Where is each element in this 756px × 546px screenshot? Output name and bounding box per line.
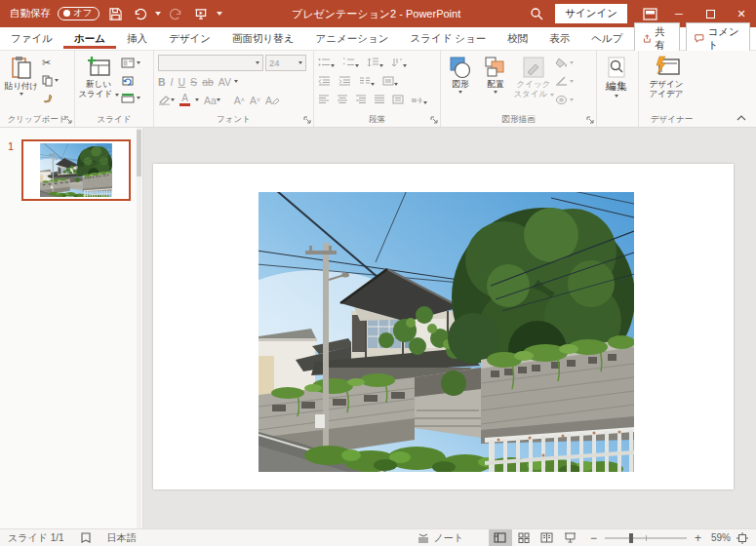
editing-dropdown-icon[interactable]	[615, 95, 618, 98]
zoom-out-button[interactable]: −	[588, 531, 599, 545]
tab-transitions[interactable]: 画面切り替え	[221, 28, 305, 49]
bullets-button[interactable]	[318, 58, 335, 69]
ribbon-display-options-icon[interactable]	[637, 4, 662, 23]
fit-to-window-button[interactable]	[733, 529, 756, 546]
tab-file[interactable]: ファイル	[0, 28, 63, 49]
font-name-combo[interactable]	[158, 55, 263, 71]
quick-access-menu-icon[interactable]	[217, 12, 222, 16]
align-right-button[interactable]	[355, 95, 367, 106]
clear-formatting-button[interactable]: A	[265, 95, 280, 106]
signin-button[interactable]: サインイン	[555, 4, 627, 23]
language-indicator[interactable]: 日本語	[99, 529, 144, 546]
bold-button[interactable]: B	[158, 76, 166, 88]
justify-button[interactable]	[374, 95, 385, 106]
align-text-button[interactable]	[382, 76, 398, 88]
copy-button[interactable]	[42, 73, 59, 88]
arrange-dropdown-icon[interactable]	[494, 91, 497, 94]
increase-indent-button[interactable]	[338, 76, 351, 88]
tab-design[interactable]: デザイン	[158, 28, 221, 49]
thumbnail-scrollbar[interactable]	[137, 128, 141, 528]
paste-dropdown-icon[interactable]	[20, 93, 23, 96]
design-ideas-button[interactable]: デザインアイデア	[641, 54, 692, 99]
paste-button[interactable]: 貼り付け	[2, 54, 41, 96]
tab-insert[interactable]: 挿入	[116, 28, 158, 49]
strikethrough-button[interactable]: S	[190, 76, 197, 88]
undo-icon[interactable]	[131, 4, 148, 23]
arrange-button[interactable]: 配置	[478, 54, 513, 94]
shape-effects-button	[555, 93, 574, 107]
slide-thumbnail[interactable]	[21, 139, 131, 201]
editing-button[interactable]: 編集	[599, 54, 634, 98]
group-slides: 新しい スライド スライド	[75, 51, 154, 127]
eraser-icon	[272, 97, 280, 104]
reset-slide-button[interactable]	[121, 73, 140, 88]
tab-slideshow[interactable]: スライド ショー	[399, 28, 497, 49]
decrease-indent-button[interactable]	[318, 76, 331, 88]
slide-sorter-view-button[interactable]	[512, 529, 536, 546]
search-icon[interactable]	[528, 4, 545, 23]
zoom-level[interactable]: 59%	[709, 529, 733, 546]
zoom-in-button[interactable]: +	[693, 531, 703, 545]
slide-counter[interactable]: スライド 1/1	[0, 529, 72, 546]
font-color-button[interactable]: A	[179, 94, 190, 106]
redo-icon	[168, 4, 185, 23]
normal-view-button[interactable]	[489, 529, 512, 546]
collapse-ribbon-icon[interactable]	[736, 111, 746, 123]
tab-home[interactable]: ホーム	[63, 28, 116, 49]
layout-icon	[121, 58, 135, 68]
start-slideshow-icon[interactable]	[192, 4, 210, 23]
notes-button[interactable]: ノート	[410, 529, 470, 546]
tab-help[interactable]: ヘルプ	[580, 28, 633, 49]
distribute-text-button[interactable]	[392, 95, 404, 106]
workspace: 1	[0, 128, 756, 528]
tab-view[interactable]: 表示	[538, 28, 580, 49]
shape-effects-icon	[555, 95, 568, 105]
slide-layout-button[interactable]	[121, 56, 140, 70]
shapes-dropdown-icon[interactable]	[458, 91, 462, 94]
shrink-font-button[interactable]: A˅	[250, 95, 260, 106]
align-left-button[interactable]	[318, 95, 330, 106]
cut-button[interactable]: ✂	[42, 56, 59, 70]
underline-button[interactable]: U	[179, 76, 186, 88]
shape-fill-icon	[555, 58, 568, 68]
slide-photo[interactable]	[259, 192, 634, 472]
section-button[interactable]	[121, 91, 140, 105]
slideshow-view-button[interactable]	[559, 529, 582, 546]
reading-view-button[interactable]	[536, 529, 559, 546]
slide-editor-area[interactable]	[143, 128, 756, 528]
grow-font-button[interactable]: A˄	[234, 95, 245, 106]
tab-review[interactable]: 校閲	[497, 28, 538, 49]
numbering-button[interactable]	[342, 58, 359, 69]
zoom-slider-thumb[interactable]	[629, 533, 633, 543]
italic-button[interactable]: I	[171, 76, 174, 88]
highlight-color-button[interactable]	[158, 95, 175, 105]
character-spacing-button[interactable]: AV	[219, 76, 238, 88]
text-direction-button[interactable]	[391, 58, 407, 69]
accessibility-checker-icon[interactable]	[72, 529, 99, 546]
undo-dropdown-icon[interactable]	[155, 12, 161, 16]
font-dialog-launcher-icon[interactable]	[303, 114, 311, 126]
new-slide-button[interactable]: 新しい スライド	[77, 54, 120, 99]
font-size-combo[interactable]: 24	[265, 55, 306, 71]
quick-styles-button: クイックスタイル	[513, 54, 554, 99]
group-paragraph: 段落	[314, 51, 441, 127]
ribbon: 貼り付け ✂ クリップボード	[0, 51, 756, 128]
autosave-toggle[interactable]: オフ	[58, 7, 99, 20]
format-painter-button[interactable]	[42, 91, 59, 105]
paragraph-dialog-launcher-icon[interactable]	[430, 114, 438, 126]
slide-canvas[interactable]	[153, 164, 734, 489]
new-slide-dropdown-icon[interactable]	[115, 94, 119, 97]
clipboard-dialog-launcher-icon[interactable]	[64, 114, 72, 126]
save-icon[interactable]	[106, 4, 124, 23]
tab-animations[interactable]: アニメーション	[304, 28, 399, 49]
text-shadow-button[interactable]: ab	[202, 76, 214, 88]
shapes-button[interactable]: 図形	[443, 54, 478, 94]
columns-button[interactable]	[359, 76, 375, 88]
zoom-slider-track[interactable]	[605, 537, 687, 539]
convert-smartart-button[interactable]	[411, 95, 427, 106]
line-spacing-button[interactable]	[367, 58, 383, 69]
drawing-dialog-launcher-icon[interactable]	[586, 114, 594, 126]
align-center-button[interactable]	[337, 95, 348, 106]
change-case-button[interactable]: Aa	[204, 95, 220, 106]
slideshow-view-icon	[564, 532, 577, 543]
